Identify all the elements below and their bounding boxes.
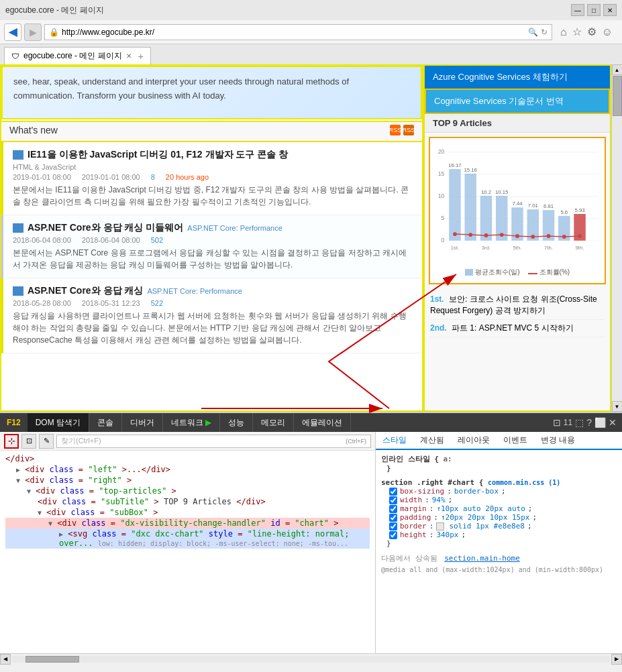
styles-tab-events[interactable]: 이벤트 <box>497 432 534 449</box>
star-icon[interactable]: ☆ <box>572 25 582 38</box>
forward-button[interactable]: ▶ <box>24 23 42 41</box>
svg-text:5: 5 <box>442 215 445 221</box>
devtools-tab-network[interactable]: 네트워크 ▶ <box>163 413 220 432</box>
article-views: 522 <box>151 299 163 307</box>
window-controls: — □ ✕ <box>571 4 617 16</box>
svg-truncated: low: hidden; display: block; -ms-user-se… <box>98 540 348 547</box>
dom-attr: class <box>62 497 86 506</box>
right-panel: Azure Cognitive Services 체험하기 Cognitive … <box>423 64 611 412</box>
cognitive-link[interactable]: Cognitive Services 기술문서 번역 <box>425 89 610 114</box>
svg-text:10.15: 10.15 <box>495 189 508 195</box>
semicolon: ; <box>527 522 532 530</box>
h-scrollbar-thumb[interactable] <box>25 656 79 663</box>
style-check-margin[interactable] <box>389 505 397 513</box>
article-1-meta: 2019-01-01 08:00 2019-01-01 08:00 8 20 h… <box>13 173 413 181</box>
style-check-width[interactable] <box>389 496 397 504</box>
scroll-left-button[interactable]: ◀ <box>0 654 11 665</box>
expand-arrow[interactable]: ▶ <box>59 530 63 538</box>
legend-bar-color <box>465 269 473 276</box>
dom-highlighted-line[interactable]: ▼ <div class = "dx-visibility-change-han… <box>5 518 370 528</box>
svg-text:7.44: 7.44 <box>512 201 523 207</box>
dom-search-box[interactable]: 찾기(Ctrl+F) (Ctrl+F) <box>56 435 371 448</box>
devtools-close-icon[interactable]: ✕ <box>609 417 617 428</box>
right-article-item: 2nd. 파트 1: ASP.NET MVC 5 시작하기 <box>430 320 605 337</box>
svg-text:5th.: 5th. <box>513 245 522 251</box>
address-bar[interactable]: 🔒 🔍 ↻ <box>44 24 552 40</box>
devtools-tab-dom[interactable]: DOM 탐색기 <box>28 413 89 432</box>
devtools-tab-debugger[interactable]: 디버거 <box>122 413 163 432</box>
style-check-boxsizing[interactable] <box>389 488 397 496</box>
azure-link[interactable]: Azure Cognitive Services 체험하기 <box>425 66 610 89</box>
expand-arrow[interactable]: ▼ <box>27 488 31 495</box>
article-date1: 2018-06-04 08:00 <box>13 236 71 244</box>
element-picker-button[interactable]: ⊹ <box>4 434 19 449</box>
devtools-icon-expand[interactable]: ⬚ <box>575 417 584 428</box>
right-article-title[interactable]: 파트 1: ASP.NET MVC 5 시작하기 <box>452 323 574 333</box>
minimize-button[interactable]: — <box>571 4 584 16</box>
layout-icon: ⊡ <box>26 437 32 445</box>
style-check-height[interactable] <box>389 531 397 539</box>
settings-icon[interactable]: ⚙ <box>587 25 597 38</box>
h-scrollbar-track[interactable] <box>12 656 610 663</box>
scroll-right-button[interactable]: ▶ <box>611 654 622 665</box>
style-check-border[interactable] <box>389 522 397 530</box>
devtools-tab-emulation[interactable]: 에뮬레이션 <box>294 413 351 432</box>
inline-close: } <box>386 464 391 473</box>
article-2-meta: 2018-06-04 08:00 2018-06-04 08:00 502 <box>13 236 413 244</box>
article-title-text[interactable]: ASP.NET Core와 응답 캐싱 <box>28 285 143 297</box>
inline-label-text: 인라인 스타일 { <box>381 455 439 463</box>
dom-value: "chart" <box>295 518 329 528</box>
horizontal-scrollbar[interactable]: ◀ ▶ <box>0 653 622 664</box>
right-article-title[interactable]: 보안: 크로스 사이트 요청 위조(Cross-Site Request For… <box>430 294 597 315</box>
devtools-tab-dom-label: DOM 탐색기 <box>36 417 81 429</box>
styles-tab-computed[interactable]: 계산됨 <box>413 432 451 449</box>
style-check-padding[interactable] <box>389 514 397 522</box>
svg-text:10.2: 10.2 <box>481 189 491 195</box>
expand-arrow[interactable]: ▼ <box>48 520 52 527</box>
scrollbar[interactable]: ▲ ▼ <box>611 64 622 412</box>
new-tab-button[interactable]: + <box>138 51 144 62</box>
url-input[interactable] <box>62 27 525 37</box>
colon: : <box>429 522 434 530</box>
devtools-icon-resize[interactable]: ⊡ <box>553 417 561 428</box>
scrollbar-thumb[interactable] <box>613 76 622 116</box>
devtools-icon-undock[interactable]: ⬜ <box>594 417 606 428</box>
dom-tag: = <box>121 529 126 539</box>
prop-val-height: 340px <box>436 530 458 539</box>
layout-tool-button[interactable]: ⊡ <box>21 434 36 449</box>
dom-tag: > <box>127 475 132 485</box>
inherited-selector-link[interactable]: section.main-home <box>444 554 520 563</box>
intro-text: see, hear, speak, understand and interpr… <box>13 75 410 103</box>
devtools-tab-memory[interactable]: 메모리 <box>253 413 294 432</box>
article-3-title: ASP.NET Core와 응답 캐싱 ASP.NET Core: Perfor… <box>13 285 413 297</box>
styles-tabs: 스타일 계산됨 레이아웃 이벤트 변경 내용 <box>376 432 622 450</box>
scroll-up-button[interactable]: ▲ <box>612 64 623 75</box>
devtools-tab-console[interactable]: 콘솔 <box>89 413 122 432</box>
article-title-text[interactable]: ASP.NET Core와 응답 캐싱 미들웨어 <box>28 222 183 234</box>
expand-arrow[interactable]: ▶ <box>16 466 20 473</box>
maximize-button[interactable]: □ <box>587 4 601 16</box>
rss-icon-2[interactable]: RSS <box>403 125 414 135</box>
close-window-button[interactable]: ✕ <box>603 4 617 16</box>
scroll-down-button[interactable]: ▼ <box>612 401 623 412</box>
article-title-text[interactable]: IE11을 이용한 JavaScript 디버깅 01, F12 개발자 도구 … <box>28 149 288 161</box>
dom-value: "right" <box>88 475 122 485</box>
pencil-tool-button[interactable]: ✎ <box>39 434 54 449</box>
refresh-icon[interactable]: ↻ <box>541 27 548 37</box>
style-source[interactable]: common.min.css (1) <box>488 479 560 486</box>
rss-icon-1[interactable]: RSS <box>390 125 401 135</box>
styles-tab-layout[interactable]: 레이아웃 <box>451 432 497 449</box>
tab-close-button[interactable]: ✕ <box>126 52 132 60</box>
expand-arrow[interactable]: ▼ <box>38 509 42 516</box>
styles-tab-changes[interactable]: 변경 내용 <box>534 432 582 449</box>
devtools-icon-help[interactable]: ? <box>586 417 592 428</box>
expand-arrow[interactable]: ▼ <box>16 477 20 484</box>
inherited-text: 다음에서 상속됨 <box>381 554 437 563</box>
devtools-tab-performance[interactable]: 성능 <box>220 413 253 432</box>
user-icon[interactable]: ☺ <box>602 26 613 38</box>
back-button[interactable]: ◀ <box>4 23 21 41</box>
home-icon[interactable]: ⌂ <box>560 26 567 38</box>
scrollbar-track[interactable] <box>612 75 623 401</box>
browser-tab[interactable]: 🛡 egocube.core - 메인 페이지 ✕ + <box>4 47 151 64</box>
styles-tab-style[interactable]: 스타일 <box>376 432 413 450</box>
